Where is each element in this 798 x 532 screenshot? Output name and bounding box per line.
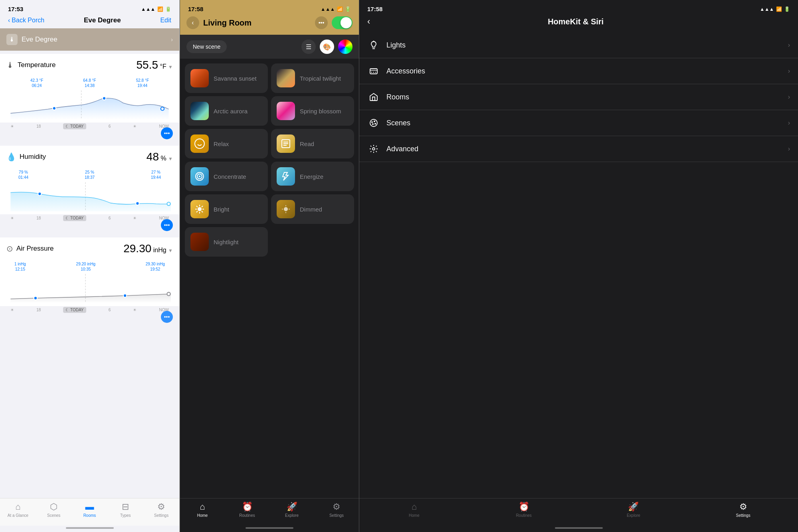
pressure-icon: ⊙	[6, 244, 13, 253]
tab-types[interactable]: ⊟ Types	[107, 502, 143, 518]
scene-card-savanna[interactable]: Savanna sunset	[185, 63, 268, 93]
scene-card-tropical[interactable]: Tropical twilight	[271, 63, 354, 93]
tab-routines-2[interactable]: ⏰ Routines	[225, 502, 269, 518]
status-icons-1: ▲▲▲ 📶 🔋	[141, 6, 171, 12]
tab-at-a-glance[interactable]: ⌂ At a Glance	[0, 502, 36, 518]
humidity-unit: %	[160, 155, 166, 162]
scene-name-energize: Energize	[300, 173, 323, 180]
tab-routines-label: Routines	[239, 513, 255, 518]
pres-chart-axis: ☀ 18 ☾ TODAY 6 ☀ NOW	[6, 306, 173, 316]
scene-name-nightlight: Nightlight	[214, 239, 239, 245]
tab-home-2[interactable]: ⌂ Home	[180, 502, 225, 518]
svg-point-44	[372, 123, 374, 125]
device-header[interactable]: 🌡 Eve Degree ›	[0, 28, 179, 51]
tab-settings-3[interactable]: ⚙ Settings	[688, 502, 798, 518]
nav-bar-2: ‹ Living Room •••	[180, 15, 359, 35]
settings-item-accessories[interactable]: Accessories ›	[359, 58, 798, 84]
humidity-section: 💧 Humidity 48 % ▼ 79 %01:44 25 %18:37 27…	[0, 146, 179, 214]
status-icons-3: ▲▲▲ 📶 🔋	[760, 6, 790, 12]
device-chevron-icon: ›	[171, 36, 173, 43]
scene-name-bright: Bright	[214, 206, 229, 213]
scene-card-relax[interactable]: Relax	[185, 129, 268, 158]
tab-explore-2[interactable]: 🚀 Explore	[269, 502, 314, 518]
svg-line-25	[196, 206, 198, 207]
back-button-2[interactable]: ‹	[186, 16, 199, 29]
edit-button[interactable]: Edit	[160, 17, 171, 24]
tab-settings-label-3: Settings	[736, 513, 750, 518]
humidity-label: Humidity	[20, 153, 46, 161]
scenes-icon: ⬡	[50, 502, 57, 512]
today-badge-h: ☾ TODAY	[63, 215, 86, 221]
temperature-chart: 42.3 °F06:24 64.8 °F14:38 52.8 °F19:44	[6, 75, 173, 123]
back-button-1[interactable]: ‹ Back Porch	[8, 17, 44, 24]
scene-card-dimmed[interactable]: Dimmed	[271, 194, 354, 224]
accessories-icon-wrap	[367, 65, 380, 77]
scene-card-bright[interactable]: Bright	[185, 194, 268, 224]
battery-icon: 🔋	[165, 6, 171, 12]
tab-settings-2[interactable]: ⚙ Settings	[314, 502, 359, 518]
tab-label: Types	[120, 513, 131, 518]
signal-icon: ▲▲▲	[141, 6, 155, 12]
scene-name-relax: Relax	[214, 140, 229, 147]
scene-thumb-bright	[190, 200, 209, 218]
status-icons-2: ▲▲▲ 📶 🔋	[321, 6, 351, 12]
scene-card-spring[interactable]: Spring blossom	[271, 96, 354, 126]
lights-icon	[369, 40, 378, 50]
scenes-label-3: Scenes	[386, 119, 782, 127]
color-button[interactable]	[338, 40, 352, 54]
room-toggle[interactable]	[332, 16, 352, 29]
tab-explore-3[interactable]: 🚀 Explore	[579, 502, 689, 518]
new-scene-button[interactable]: New scene	[186, 40, 227, 53]
back-button-3[interactable]: ‹	[367, 16, 370, 27]
pressure-arrow: ▼	[168, 248, 173, 253]
svg-point-43	[374, 123, 376, 125]
settings-item-advanced[interactable]: Advanced ›	[359, 136, 798, 162]
svg-point-7	[167, 202, 170, 206]
scene-thumb-energize	[277, 167, 295, 186]
settings-item-scenes[interactable]: Scenes ›	[359, 110, 798, 136]
scene-card-concentrate[interactable]: Concentrate	[185, 162, 268, 191]
tab-routines-label-3: Routines	[516, 513, 531, 518]
tab-settings[interactable]: ⚙ Settings	[143, 502, 179, 518]
scene-card-arctic[interactable]: Arctic aurora	[185, 96, 268, 126]
more-options-button[interactable]: •••	[315, 16, 328, 29]
tab-bar-2: ⌂ Home ⏰ Routines 🚀 Explore ⚙ Settings	[180, 498, 359, 526]
scene-card-nightlight[interactable]: Nightlight	[185, 227, 268, 257]
today-badge-p: ☾ TODAY	[63, 307, 86, 313]
pres-more-button[interactable]: •••	[161, 311, 173, 323]
temperature-unit: °F	[160, 63, 166, 70]
rooms-icon-wrap-3	[367, 91, 380, 103]
svg-point-1	[53, 107, 56, 110]
page-title-2: Living Room	[203, 18, 315, 28]
grid-view-button[interactable]: 🎨	[320, 40, 334, 54]
advanced-icon-wrap	[367, 142, 380, 155]
phone-eve-degree: 17:53 ▲▲▲ 📶 🔋 ‹ Back Porch Eve Degree Ed…	[0, 0, 180, 532]
accessories-chevron-icon: ›	[788, 67, 790, 75]
battery-icon-2: 🔋	[345, 6, 351, 12]
tab-label: At a Glance	[8, 513, 28, 518]
scene-thumb-arctic	[190, 102, 209, 120]
scene-card-read[interactable]: Read	[271, 129, 354, 158]
hum-chart-labels: 79 %01:44 25 %18:37 27 %19:44	[6, 170, 173, 180]
lights-icon-wrap	[367, 39, 380, 51]
tab-scenes[interactable]: ⬡ Scenes	[36, 502, 72, 518]
tab-routines-3[interactable]: ⏰ Routines	[469, 502, 579, 518]
settings-item-lights[interactable]: Lights ›	[359, 32, 798, 58]
nav-bar-3: ‹ HomeKit & Siri	[359, 15, 798, 32]
sun-icon-left: ☀	[10, 124, 14, 129]
settings-icon-3: ⚙	[739, 502, 747, 512]
scene-thumb-relax	[190, 134, 209, 153]
chevron-left-icon: ‹	[8, 17, 10, 24]
scene-card-energize[interactable]: Energize	[271, 162, 354, 191]
svg-point-6	[136, 202, 139, 205]
tab-home-3[interactable]: ⌂ Home	[359, 502, 469, 518]
svg-point-2	[103, 97, 106, 100]
list-view-button[interactable]: ☰	[301, 40, 316, 54]
tab-label: Rooms	[83, 513, 96, 518]
svg-point-41	[371, 121, 373, 123]
svg-point-3	[161, 107, 164, 110]
temperature-value: 55.5	[137, 59, 158, 71]
ellipsis-icon: •••	[319, 20, 325, 26]
tab-rooms[interactable]: ▬ Rooms	[72, 502, 108, 518]
settings-item-rooms[interactable]: Rooms ›	[359, 84, 798, 110]
